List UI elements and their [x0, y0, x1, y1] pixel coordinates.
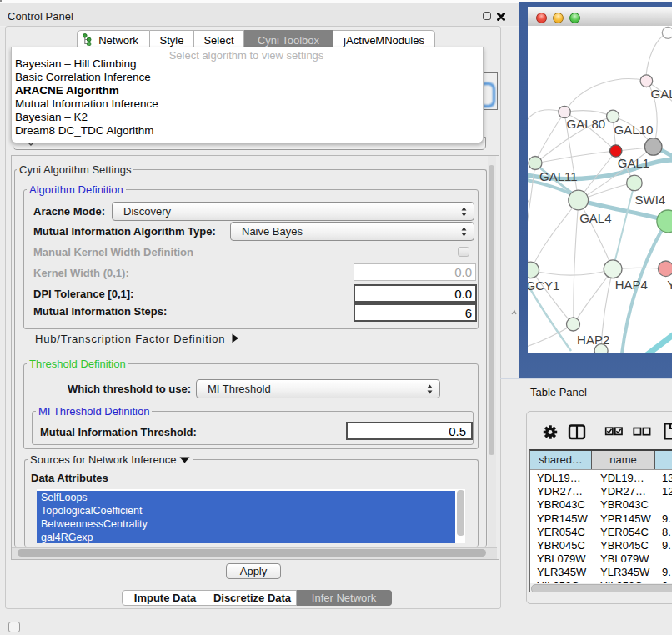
svg-text:GAL10: GAL10 — [614, 122, 654, 137]
svg-text:SWI4: SWI4 — [635, 192, 666, 207]
svg-text:GCY1: GCY1 — [528, 278, 559, 292]
svg-text:GAL1: GAL1 — [618, 156, 649, 170]
svg-text:GAL4: GAL4 — [579, 211, 611, 225]
svg-text:HAP2: HAP2 — [577, 332, 609, 347]
svg-text:GAL: GAL — [651, 87, 672, 101]
svg-text:HAP4: HAP4 — [615, 278, 648, 292]
svg-text:GAL11: GAL11 — [539, 169, 578, 183]
svg-text:Y: Y — [667, 278, 672, 292]
svg-text:GAL80: GAL80 — [567, 117, 606, 131]
